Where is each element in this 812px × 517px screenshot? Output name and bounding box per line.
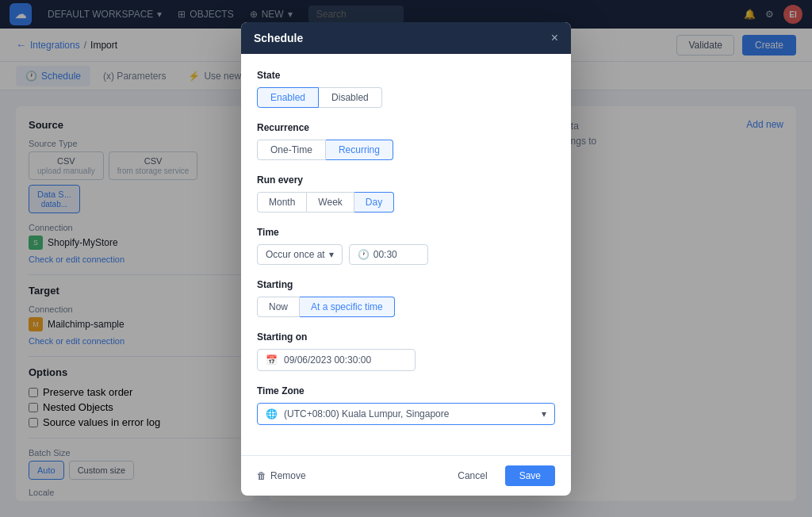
modal-footer: 🗑 Remove Cancel Save xyxy=(241,455,571,496)
occur-once-label: Occur once at xyxy=(266,249,325,260)
time-label: Time xyxy=(257,227,555,238)
cancel-button[interactable]: Cancel xyxy=(448,466,496,485)
calendar-icon: 📅 xyxy=(266,354,278,366)
save-button[interactable]: Save xyxy=(505,465,555,486)
starting-label: Starting xyxy=(257,279,555,290)
time-row: Occur once at ▾ 🕐 00:30 xyxy=(257,244,555,265)
occur-once-dropdown[interactable]: Occur once at ▾ xyxy=(257,244,343,265)
run-day-btn[interactable]: Day xyxy=(354,192,394,213)
modal-body: State Enabled Disabled Recurrence One-Ti… xyxy=(241,54,571,455)
footer-left: 🗑 Remove xyxy=(257,470,306,481)
time-section: Time Occur once at ▾ 🕐 00:30 xyxy=(257,227,555,265)
date-value: 09/06/2023 00:30:00 xyxy=(284,354,371,366)
timezone-value: (UTC+08:00) Kuala Lumpur, Singapore xyxy=(284,408,449,419)
run-week-btn[interactable]: Week xyxy=(307,192,354,213)
state-enabled-btn[interactable]: Enabled xyxy=(257,87,319,108)
starting-on-label: Starting on xyxy=(257,331,555,343)
starting-now-btn[interactable]: Now xyxy=(257,297,300,317)
timezone-select[interactable]: 🌐 (UTC+08:00) Kuala Lumpur, Singapore ▾ xyxy=(257,403,555,425)
state-disabled-btn[interactable]: Disabled xyxy=(319,87,382,108)
run-month-btn[interactable]: Month xyxy=(257,192,307,213)
recurrence-section: Recurrence One-Time Recurring xyxy=(257,122,555,160)
starting-toggle-group: Now At a specific time xyxy=(257,297,555,317)
run-every-label: Run every xyxy=(257,174,555,186)
run-every-group: Month Week Day xyxy=(257,192,555,213)
time-input[interactable]: 🕐 00:30 xyxy=(349,244,428,265)
starting-specific-time-btn[interactable]: At a specific time xyxy=(300,297,395,317)
remove-button[interactable]: 🗑 Remove xyxy=(257,470,306,481)
trash-icon: 🗑 xyxy=(257,470,266,481)
date-input[interactable]: 📅 09/06/2023 00:30:00 xyxy=(257,349,416,371)
recurrence-recurring-btn[interactable]: Recurring xyxy=(326,140,393,160)
state-section: State Enabled Disabled xyxy=(257,70,555,108)
modal-title: Schedule xyxy=(254,32,303,44)
timezone-label: Time Zone xyxy=(257,385,555,396)
state-toggle-group: Enabled Disabled xyxy=(257,87,555,108)
starting-section: Starting Now At a specific time xyxy=(257,279,555,317)
modal-close-button[interactable]: × xyxy=(551,32,558,44)
timezone-section: Time Zone 🌐 (UTC+08:00) Kuala Lumpur, Si… xyxy=(257,385,555,425)
recurrence-onetime-btn[interactable]: One-Time xyxy=(257,140,326,160)
occur-once-arrow-icon: ▾ xyxy=(329,249,334,260)
state-label: State xyxy=(257,70,555,81)
recurrence-toggle-group: One-Time Recurring xyxy=(257,140,555,160)
recurrence-label: Recurrence xyxy=(257,122,555,133)
modal-overlay: Schedule × State Enabled Disabled Recurr… xyxy=(0,0,812,517)
timezone-chevron-icon: ▾ xyxy=(542,408,546,419)
run-every-section: Run every Month Week Day xyxy=(257,174,555,213)
clock-input-icon: 🕐 xyxy=(358,249,370,260)
starting-on-section: Starting on 📅 09/06/2023 00:30:00 xyxy=(257,331,555,371)
globe-icon: 🌐 xyxy=(266,408,278,419)
schedule-modal: Schedule × State Enabled Disabled Recurr… xyxy=(241,22,571,496)
time-value: 00:30 xyxy=(373,249,397,260)
timezone-inner: 🌐 (UTC+08:00) Kuala Lumpur, Singapore xyxy=(266,408,449,419)
modal-header: Schedule × xyxy=(241,22,571,54)
